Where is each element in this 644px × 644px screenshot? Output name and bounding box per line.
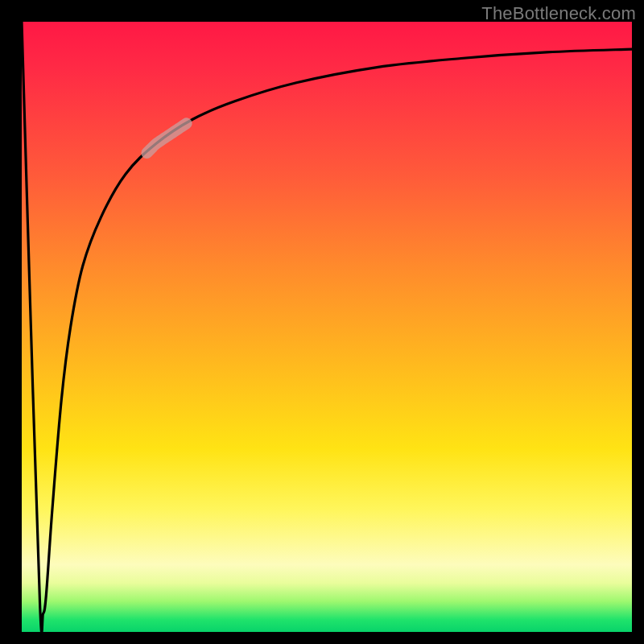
plot-area	[22, 22, 632, 632]
curve-highlight	[147, 123, 186, 153]
attribution-label: TheBottleneck.com	[481, 3, 636, 24]
curve-svg	[22, 22, 632, 632]
chart-frame: TheBottleneck.com	[0, 0, 644, 644]
bottleneck-curve	[22, 22, 632, 633]
